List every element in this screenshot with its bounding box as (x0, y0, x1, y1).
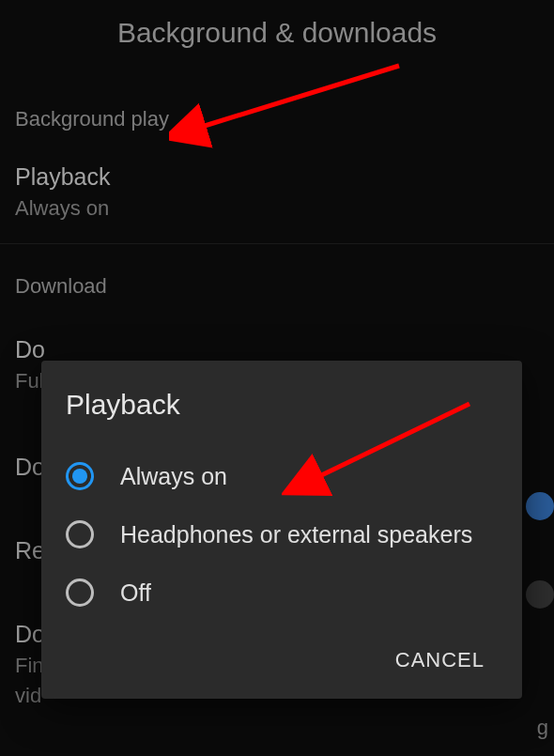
radio-selected-icon (66, 462, 94, 490)
radio-label: Headphones or external speakers (120, 518, 498, 550)
radio-unselected-icon (66, 579, 94, 607)
radio-label: Always on (120, 460, 498, 492)
radio-option-always-on[interactable]: Always on (66, 447, 498, 505)
dialog-title: Playback (66, 389, 498, 421)
radio-unselected-icon (66, 520, 94, 548)
playback-dialog: Playback Always on Headphones or externa… (41, 361, 522, 699)
radio-option-off[interactable]: Off (66, 563, 498, 622)
cancel-button[interactable]: CANCEL (382, 639, 498, 682)
dialog-actions: CANCEL (66, 622, 498, 687)
radio-label: Off (120, 577, 498, 609)
radio-option-headphones[interactable]: Headphones or external speakers (66, 505, 498, 563)
